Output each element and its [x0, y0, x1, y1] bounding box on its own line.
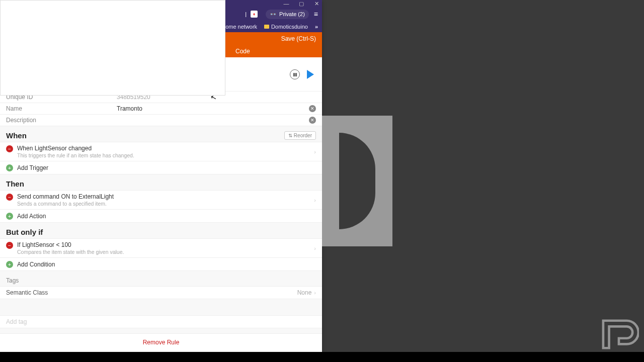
bookmark-overflow[interactable]: » [315, 24, 318, 30]
semantic-class-label: Semantic Class [6, 289, 297, 296]
remove-condition-icon[interactable]: − [6, 242, 13, 249]
brave-shield-icon[interactable]: ♦ [251, 11, 258, 18]
action-title: Send command ON to ExternalLight [17, 193, 311, 200]
name-label: Name [6, 105, 117, 112]
condition-title: If LightSensor < 100 [17, 241, 311, 248]
add-tag-input[interactable]: Add tag [0, 315, 322, 328]
action-item[interactable]: − Send command ON to ExternalLight Sends… [0, 190, 322, 210]
pause-button[interactable]: ▮▮ [290, 69, 300, 79]
field-name[interactable]: Name Tramonto ✕ [0, 103, 322, 115]
maximize-button[interactable]: ▢ [299, 1, 304, 6]
remove-action-icon[interactable]: − [6, 194, 13, 201]
glasses-icon: 👓 [270, 11, 277, 18]
reorder-icon: ⇅ [288, 133, 292, 138]
chevron-right-icon: › [314, 290, 316, 296]
private-label: Private (2) [279, 11, 305, 17]
bottom-black-bar [0, 352, 644, 362]
clear-name-icon[interactable]: ✕ [309, 105, 316, 112]
section-when: When ⇅ Reorder [0, 126, 322, 142]
action-subtitle: Sends a command to a specified item. [17, 201, 311, 207]
add-trigger-button[interactable]: + Add Trigger [0, 161, 322, 174]
private-mode-badge[interactable]: 👓 Private (2) [266, 10, 309, 19]
bookmark-domoticsduino[interactable]: Domoticsduino [264, 24, 308, 30]
tab-code[interactable]: Code [235, 48, 250, 55]
reorder-button[interactable]: ⇅ Reorder [284, 131, 316, 140]
semantic-class-row[interactable]: Semantic Class None › [0, 286, 322, 299]
trigger-title: When LightSensor changed [17, 145, 311, 152]
add-action-button[interactable]: + Add Action [0, 210, 322, 223]
when-heading: When [6, 131, 284, 140]
trigger-subtitle: This triggers the rule if an item state … [17, 152, 311, 158]
remove-rule-row: Remove Rule [0, 333, 322, 351]
background-logo [322, 116, 392, 246]
add-icon: + [6, 261, 13, 268]
watermark-logo [599, 317, 639, 352]
chevron-right-icon: › [314, 149, 316, 155]
condition-item[interactable]: − If LightSensor < 100 Compares the item… [0, 238, 322, 258]
close-button[interactable]: ✕ [314, 1, 319, 6]
save-button[interactable]: Save (Ctrl-S) [281, 35, 316, 42]
minimize-button[interactable]: — [284, 1, 289, 6]
field-description[interactable]: Description ✕ [0, 115, 322, 126]
overlay-window [0, 0, 225, 96]
remove-trigger-icon[interactable]: − [6, 145, 13, 152]
name-value: Tramonto [117, 105, 309, 112]
hamburger-menu-icon[interactable]: ≡ [314, 10, 318, 18]
remove-rule-button[interactable]: Remove Rule [143, 339, 180, 346]
add-icon: + [6, 164, 13, 171]
clear-description-icon[interactable]: ✕ [309, 117, 316, 124]
description-label: Description [6, 117, 117, 124]
trigger-item[interactable]: − When LightSensor changed This triggers… [0, 142, 322, 161]
chevron-right-icon: › [314, 197, 316, 203]
rule-editor-content: Unique ID 348b519520 Name Tramonto ✕ Des… [0, 92, 322, 352]
chevron-right-icon: › [314, 245, 316, 251]
condition-subtitle: Compares the item state with the given v… [17, 249, 311, 255]
add-condition-button[interactable]: + Add Condition [0, 258, 322, 271]
section-then: Then [0, 174, 322, 190]
run-button[interactable] [307, 70, 314, 79]
semantic-class-value: None [297, 289, 312, 296]
butonlyif-heading: But only if [6, 228, 316, 236]
tags-heading: Tags [0, 271, 322, 286]
add-icon: + [6, 213, 13, 220]
folder-icon [264, 25, 269, 29]
then-heading: Then [6, 179, 316, 188]
section-butonlyif: But only if [0, 223, 322, 238]
